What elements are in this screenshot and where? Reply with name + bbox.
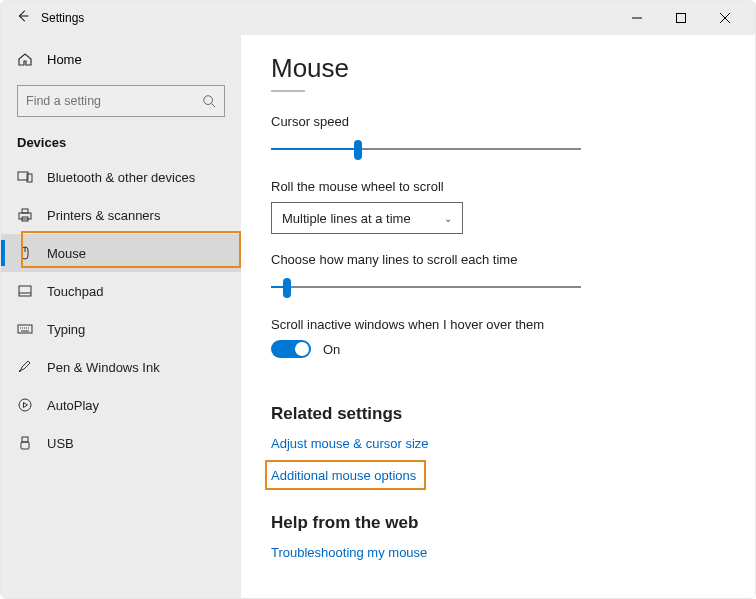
link-adjust-size[interactable]: Adjust mouse & cursor size: [271, 436, 429, 451]
svg-rect-12: [21, 442, 29, 449]
keyboard-icon: [17, 321, 33, 337]
inactive-toggle[interactable]: [271, 340, 311, 358]
related-heading: Related settings: [271, 404, 725, 424]
help-heading: Help from the web: [271, 513, 725, 533]
svg-rect-9: [18, 325, 32, 333]
title-underline: [271, 90, 305, 92]
sidebar-item-label: Touchpad: [47, 284, 103, 299]
sidebar-item-label: Typing: [47, 322, 85, 337]
minimize-button[interactable]: [615, 3, 659, 33]
mouse-icon: [17, 245, 33, 261]
home-nav[interactable]: Home: [1, 41, 241, 77]
wheel-label: Roll the mouse wheel to scroll: [271, 179, 725, 194]
touchpad-icon: [17, 283, 33, 299]
pen-icon: [17, 359, 33, 375]
home-label: Home: [47, 52, 82, 67]
devices-icon: [17, 169, 33, 185]
home-icon: [17, 51, 33, 67]
sidebar: Home Devices Bluetooth & other devices P…: [1, 35, 241, 598]
sidebar-item-label: Printers & scanners: [47, 208, 160, 223]
svg-rect-5: [22, 209, 28, 213]
lines-slider[interactable]: [271, 275, 581, 299]
printer-icon: [17, 207, 33, 223]
autoplay-icon: [17, 397, 33, 413]
app-title: Settings: [41, 11, 84, 25]
svg-rect-0: [677, 14, 686, 23]
sidebar-item-label: Pen & Windows Ink: [47, 360, 160, 375]
titlebar: Settings: [1, 1, 755, 35]
usb-icon: [17, 435, 33, 451]
search-icon: [202, 94, 216, 108]
sidebar-item-touchpad[interactable]: Touchpad: [1, 272, 241, 310]
close-button[interactable]: [703, 3, 747, 33]
page-title: Mouse: [271, 53, 725, 90]
svg-point-10: [19, 399, 31, 411]
sidebar-item-mouse[interactable]: Mouse: [1, 234, 241, 272]
svg-rect-11: [22, 437, 28, 442]
chevron-down-icon: ⌄: [444, 213, 452, 224]
cursor-speed-slider[interactable]: [271, 137, 581, 161]
back-button[interactable]: [9, 9, 37, 27]
inactive-label: Scroll inactive windows when I hover ove…: [271, 317, 725, 332]
sidebar-item-autoplay[interactable]: AutoPlay: [1, 386, 241, 424]
wheel-select-value: Multiple lines at a time: [282, 211, 411, 226]
sidebar-item-label: Mouse: [47, 246, 86, 261]
sidebar-item-printers[interactable]: Printers & scanners: [1, 196, 241, 234]
sidebar-item-bluetooth[interactable]: Bluetooth & other devices: [1, 158, 241, 196]
maximize-button[interactable]: [659, 3, 703, 33]
sidebar-item-typing[interactable]: Typing: [1, 310, 241, 348]
content-area: Mouse Cursor speed Roll the mouse wheel …: [241, 35, 755, 598]
cursor-speed-label: Cursor speed: [271, 114, 725, 129]
wheel-select[interactable]: Multiple lines at a time ⌄: [271, 202, 463, 234]
svg-rect-8: [19, 286, 31, 296]
sidebar-item-pen[interactable]: Pen & Windows Ink: [1, 348, 241, 386]
link-troubleshoot[interactable]: Troubleshooting my mouse: [271, 545, 427, 560]
svg-rect-4: [19, 213, 31, 219]
section-title: Devices: [1, 127, 241, 158]
svg-point-1: [204, 96, 213, 105]
search-box[interactable]: [17, 85, 225, 117]
link-additional-options[interactable]: Additional mouse options: [271, 468, 416, 483]
sidebar-item-usb[interactable]: USB: [1, 424, 241, 462]
sidebar-item-label: AutoPlay: [47, 398, 99, 413]
search-input[interactable]: [26, 94, 202, 108]
inactive-value: On: [323, 342, 340, 357]
sidebar-item-label: Bluetooth & other devices: [47, 170, 195, 185]
sidebar-item-label: USB: [47, 436, 74, 451]
lines-label: Choose how many lines to scroll each tim…: [271, 252, 725, 267]
